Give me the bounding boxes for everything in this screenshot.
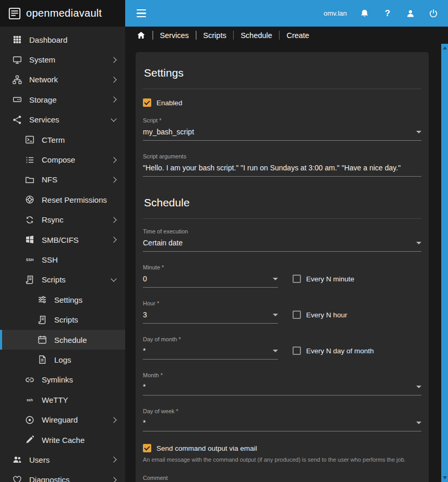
every-n-hour-checkbox[interactable]: Every N hour bbox=[293, 311, 347, 319]
dropdown-caret-icon bbox=[416, 386, 421, 388]
logo[interactable]: openmediavault bbox=[0, 0, 125, 27]
sidebar-item-network[interactable]: Network bbox=[0, 70, 125, 90]
breadcrumb-separator bbox=[279, 31, 280, 40]
dashboard-grid-icon bbox=[13, 35, 22, 44]
every-n-minute-checkbox[interactable]: Every N minute bbox=[293, 275, 354, 283]
ssh-text-icon: SSH bbox=[25, 255, 34, 264]
day-of-week-label: Day of week * bbox=[143, 408, 421, 414]
link-icon bbox=[25, 375, 34, 385]
svg-text:SSH: SSH bbox=[26, 258, 33, 262]
sidebar-item-scripts[interactable]: Scripts bbox=[0, 270, 125, 290]
settings-section-heading: Settings bbox=[143, 63, 421, 89]
day-of-week-value: * bbox=[143, 418, 146, 427]
script-value: my_bash_script bbox=[143, 128, 194, 136]
checkbox-unchecked-icon bbox=[293, 311, 301, 319]
sidebar-item-diagnostics[interactable]: Diagnostics bbox=[0, 470, 125, 482]
vertical-scrollbar[interactable] bbox=[441, 44, 448, 482]
sidebar-item-wireguard[interactable]: Wireguard bbox=[0, 410, 125, 429]
lifebuoy-icon bbox=[25, 195, 34, 204]
sidebar-item-storage[interactable]: Storage bbox=[0, 90, 125, 109]
checkbox-unchecked-icon bbox=[293, 347, 301, 355]
chevron-right-icon bbox=[111, 417, 116, 423]
top-bar: openmediavault omv.lan ? bbox=[0, 0, 448, 27]
windows-panes-icon bbox=[25, 235, 34, 244]
day-of-week-select[interactable]: Day of week * * bbox=[143, 408, 421, 431]
scrollbar-down-arrow-icon[interactable] bbox=[443, 476, 447, 479]
chevron-right-icon bbox=[111, 157, 116, 163]
ssh-lowercase-icon: ssh bbox=[25, 395, 34, 404]
pencil-icon bbox=[25, 435, 34, 444]
scrollbar-up-arrow-icon[interactable] bbox=[443, 46, 447, 50]
sidebar-item-symlinks[interactable]: Symlinks bbox=[0, 370, 125, 390]
sidebar-item-system[interactable]: System bbox=[0, 50, 125, 69]
hour-label: Hour * bbox=[143, 300, 278, 306]
send-email-help-text: An email message with the command output… bbox=[143, 455, 421, 464]
breadcrumb-separator bbox=[196, 31, 197, 40]
sync-arrows-icon bbox=[25, 215, 34, 225]
sidebar-item-services[interactable]: Services bbox=[0, 110, 125, 130]
power-icon[interactable] bbox=[428, 8, 439, 19]
minute-value: 0 bbox=[143, 275, 147, 283]
script-arguments-input[interactable]: Script arguments "Hello. I am your bash … bbox=[143, 153, 421, 177]
time-of-execution-value: Certain date bbox=[143, 239, 183, 247]
hostname-label: omv.lan bbox=[323, 9, 347, 17]
share-nodes-icon bbox=[13, 115, 22, 125]
checkbox-checked-icon bbox=[143, 98, 151, 107]
dropdown-caret-icon bbox=[273, 314, 278, 316]
script-select[interactable]: Script * my_bash_script bbox=[143, 117, 421, 141]
home-icon[interactable] bbox=[137, 31, 146, 40]
sidebar-item-dashboard[interactable]: Dashboard bbox=[0, 30, 125, 50]
breadcrumb-schedule[interactable]: Schedule bbox=[240, 31, 272, 40]
script-label: Script * bbox=[143, 117, 421, 123]
breadcrumb-scripts[interactable]: Scripts bbox=[203, 31, 226, 40]
sidebar-item-reset-permissions[interactable]: Reset Permissions bbox=[0, 190, 125, 209]
svg-text:ssh: ssh bbox=[27, 398, 33, 402]
month-select[interactable]: Month * * bbox=[143, 372, 421, 396]
dropdown-caret-icon bbox=[273, 278, 278, 280]
every-n-hour-label: Every N hour bbox=[306, 311, 347, 319]
sidebar-item-scripts-settings[interactable]: Settings bbox=[0, 290, 125, 310]
heart-pulse-icon bbox=[13, 475, 22, 482]
chevron-right-icon bbox=[111, 217, 116, 223]
sidebar-item-write-cache[interactable]: Write Cache bbox=[0, 430, 125, 450]
breadcrumb-services[interactable]: Services bbox=[160, 31, 189, 40]
calendar-icon bbox=[38, 335, 47, 344]
script-icon bbox=[38, 315, 47, 325]
sidebar-item-ssh[interactable]: SSH SSH bbox=[0, 250, 125, 269]
breadcrumb: Services Scripts Schedule Create bbox=[125, 27, 448, 44]
sidebar-item-compose[interactable]: Compose bbox=[0, 150, 125, 169]
every-n-day-of-month-checkbox[interactable]: Every N day of month bbox=[293, 347, 374, 355]
sidebar-item-smb-cifs[interactable]: SMB/CIFS bbox=[0, 230, 125, 250]
hour-select[interactable]: Hour * 3 bbox=[143, 300, 278, 324]
help-icon[interactable]: ? bbox=[382, 8, 393, 19]
notifications-bell-icon[interactable] bbox=[359, 8, 370, 19]
time-of-execution-label: Time of execution bbox=[143, 228, 421, 234]
send-email-checkbox[interactable]: Send command output via email bbox=[143, 444, 421, 452]
breadcrumb-create[interactable]: Create bbox=[286, 31, 309, 40]
comment-field[interactable]: Comment my_bash_script on Sundays × bbox=[143, 475, 421, 482]
sidebar-item-wetty[interactable]: ssh WeTTY bbox=[0, 390, 125, 410]
sidebar-item-rsync[interactable]: Rsync bbox=[0, 210, 125, 230]
sidebar-item-nfs[interactable]: NFS bbox=[0, 170, 125, 190]
time-of-execution-select[interactable]: Time of execution Certain date bbox=[143, 228, 421, 252]
sidebar-item-scripts-logs[interactable]: Logs bbox=[0, 350, 125, 369]
top-blue-bar: omv.lan ? bbox=[125, 0, 448, 27]
minute-label: Minute * bbox=[143, 264, 278, 270]
sidebar-item-scripts-scripts[interactable]: Scripts bbox=[0, 310, 125, 329]
sidebar-item-cterm[interactable]: CTerm bbox=[0, 130, 125, 150]
checkbox-unchecked-icon bbox=[293, 275, 301, 283]
enabled-checkbox[interactable]: Enabled bbox=[143, 98, 421, 107]
storage-drive-icon bbox=[13, 95, 22, 104]
sidebar-item-users[interactable]: Users bbox=[0, 450, 125, 469]
sidebar-item-scripts-schedule[interactable]: Schedule bbox=[0, 330, 125, 350]
script-arguments-label: Script arguments bbox=[143, 153, 421, 159]
monitor-icon bbox=[13, 55, 22, 65]
hour-value: 3 bbox=[143, 311, 147, 319]
breadcrumb-separator bbox=[233, 31, 234, 40]
terminal-icon bbox=[25, 135, 34, 144]
menu-hamburger-icon[interactable] bbox=[137, 9, 146, 17]
user-account-icon[interactable] bbox=[405, 8, 416, 19]
minute-select[interactable]: Minute * 0 bbox=[143, 264, 278, 288]
day-of-month-select[interactable]: Day of month * * bbox=[143, 336, 278, 360]
every-n-day-of-month-label: Every N day of month bbox=[306, 347, 374, 355]
